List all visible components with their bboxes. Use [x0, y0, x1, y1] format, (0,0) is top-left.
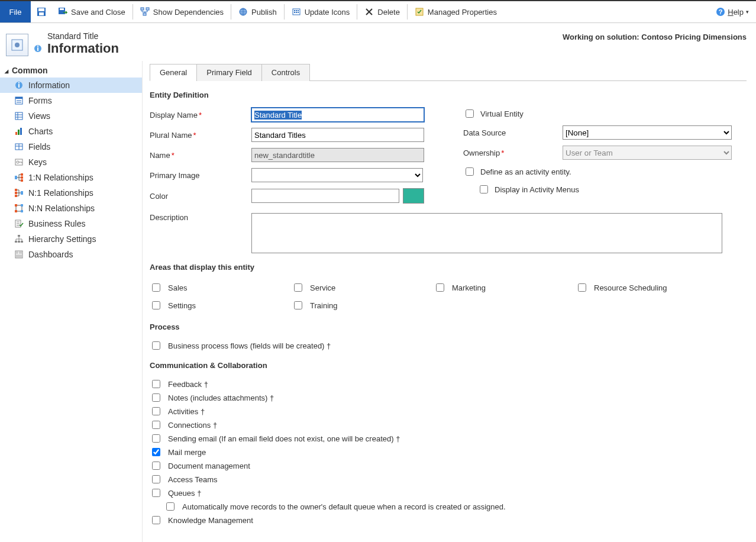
primary-image-select[interactable] — [251, 168, 423, 182]
section-entity-definition: Entity Definition — [150, 91, 747, 99]
data-source-select[interactable]: [None] — [563, 125, 732, 140]
svg-rect-59 — [21, 241, 23, 243]
svg-rect-45 — [21, 176, 23, 179]
color-swatch[interactable] — [403, 188, 424, 204]
queues-checkbox[interactable] — [152, 489, 160, 497]
display-name-input[interactable] — [251, 108, 424, 122]
svg-rect-37 — [20, 128, 22, 135]
area-service-checkbox[interactable] — [294, 283, 302, 292]
docmgmt-checkbox[interactable] — [152, 462, 160, 470]
virtual-entity-checkbox[interactable] — [466, 109, 474, 118]
svg-rect-1 — [38, 8, 44, 11]
connections-checkbox[interactable] — [152, 421, 160, 429]
email-checkbox[interactable] — [152, 434, 160, 443]
sidebar-item-label: N:1 Relationships — [28, 188, 93, 198]
sidebar-item-label: Forms — [28, 96, 52, 105]
svg-rect-7 — [143, 13, 146, 15]
label-ownership: Ownership* — [463, 149, 563, 157]
sidebar-item-charts[interactable]: Charts — [0, 124, 142, 139]
notes-label: Notes (includes attachments) † — [168, 393, 274, 402]
sidebar-item-dashboards[interactable]: Dashboards — [0, 247, 142, 262]
forms-icon — [14, 96, 24, 105]
feedback-checkbox[interactable] — [152, 380, 160, 388]
activities-checkbox[interactable] — [152, 407, 160, 415]
svg-rect-25 — [18, 84, 20, 88]
delete-button[interactable]: Delete — [358, 1, 406, 22]
svg-rect-22 — [37, 47, 38, 51]
tab-general[interactable]: General — [150, 64, 197, 81]
sidebar-group-common[interactable]: Common — [0, 64, 142, 78]
information-icon — [14, 80, 24, 90]
chevron-down-icon: ▾ — [746, 9, 749, 15]
queues-auto-label: Automatically move records to the owner'… — [182, 502, 506, 511]
file-menu-button[interactable]: File — [0, 1, 31, 22]
name-input — [251, 148, 424, 162]
color-input[interactable] — [251, 189, 399, 203]
sidebar-item-views[interactable]: Views — [0, 108, 142, 124]
area-sales-checkbox[interactable] — [152, 283, 160, 292]
info-type-icon — [33, 44, 43, 53]
svg-rect-6 — [146, 8, 149, 10]
access-checkbox[interactable] — [152, 475, 160, 483]
update-icons-button[interactable]: Update Icons — [286, 1, 356, 22]
help-menu[interactable]: ? Help ▾ — [716, 7, 756, 17]
svg-rect-54 — [21, 210, 23, 212]
publish-button[interactable]: Publish — [232, 1, 283, 22]
sidebar-item-rel-nn[interactable]: N:N Relationships — [0, 201, 142, 216]
area-resource-label: Resource Scheduling — [594, 283, 667, 292]
svg-rect-5 — [141, 8, 144, 10]
sidebar-item-label: Information — [28, 80, 70, 90]
svg-rect-49 — [15, 192, 17, 194]
area-settings-checkbox[interactable] — [152, 301, 160, 309]
rel-1n-icon — [14, 173, 24, 182]
description-textarea[interactable] — [251, 213, 722, 253]
area-training-label: Training — [310, 301, 337, 310]
mailmerge-checkbox[interactable] — [152, 448, 160, 456]
managed-properties-button[interactable]: Managed Properties — [409, 1, 503, 22]
bpf-checkbox[interactable] — [152, 341, 160, 350]
section-comm: Communication & Collaboration — [150, 361, 747, 370]
sidebar: Common Information Forms Views Charts Fi… — [0, 61, 143, 542]
update-icons-icon — [292, 7, 301, 17]
km-label: Knowledge Management — [168, 516, 253, 525]
svg-rect-44 — [21, 173, 23, 176]
svg-rect-57 — [15, 241, 17, 243]
svg-rect-2 — [39, 12, 44, 15]
update-icons-label: Update Icons — [305, 8, 350, 17]
svg-rect-43 — [15, 176, 17, 179]
save-icon-button[interactable] — [31, 1, 52, 22]
show-dependencies-button[interactable]: Show Dependencies — [134, 1, 230, 22]
area-resource-checkbox[interactable] — [578, 283, 586, 292]
fields-icon — [14, 142, 24, 151]
area-training-checkbox[interactable] — [294, 301, 302, 309]
label-primary-image: Primary Image — [150, 171, 251, 180]
area-settings-label: Settings — [168, 301, 196, 310]
notes-checkbox[interactable] — [152, 393, 160, 402]
queues-label: Queues † — [168, 489, 201, 498]
save-and-close-button[interactable]: Save and Close — [52, 1, 131, 22]
connections-label: Connections † — [168, 421, 217, 430]
plural-name-input[interactable] — [251, 128, 424, 142]
queues-auto-checkbox[interactable] — [166, 502, 175, 511]
sidebar-item-rel-n1[interactable]: N:1 Relationships — [0, 185, 142, 201]
content-scroll[interactable]: General Primary Field Controls Entity De… — [150, 61, 747, 542]
km-checkbox[interactable] — [152, 516, 160, 524]
sidebar-item-keys[interactable]: Keys — [0, 154, 142, 170]
label-define-activity: Define as an activity entity. — [480, 167, 571, 176]
sidebar-item-rel-1n[interactable]: 1:N Relationships — [0, 170, 142, 185]
define-activity-checkbox[interactable] — [466, 167, 474, 176]
sidebar-item-forms[interactable]: Forms — [0, 93, 142, 108]
sidebar-item-business-rules[interactable]: Business Rules — [0, 216, 142, 231]
tab-primary-field[interactable]: Primary Field — [196, 64, 262, 81]
sidebar-item-information[interactable]: Information — [0, 78, 142, 93]
svg-rect-35 — [15, 132, 17, 135]
display-activity-checkbox[interactable] — [480, 185, 488, 193]
svg-rect-61 — [16, 251, 18, 254]
tabs: General Primary Field Controls — [150, 63, 747, 81]
label-name: Name* — [150, 151, 251, 160]
sidebar-item-fields[interactable]: Fields — [0, 139, 142, 154]
tab-controls[interactable]: Controls — [261, 64, 310, 81]
area-marketing-checkbox[interactable] — [436, 283, 444, 292]
sidebar-item-hierarchy[interactable]: Hierarchy Settings — [0, 231, 142, 247]
email-label: Sending email (If an email field does no… — [168, 434, 400, 443]
